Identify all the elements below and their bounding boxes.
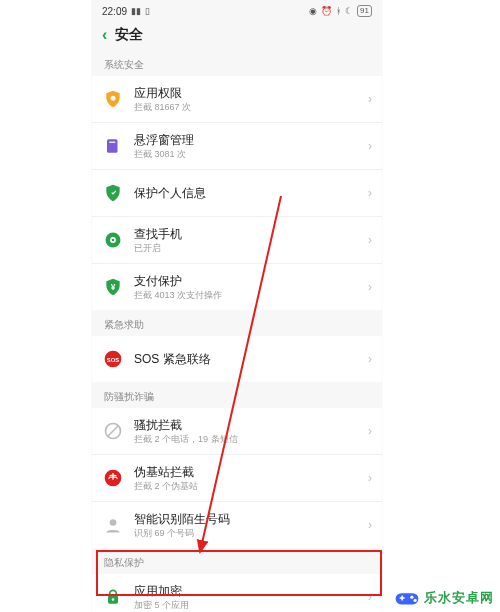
svg-text:SOS: SOS — [107, 357, 119, 363]
row-subtitle: 拦截 2 个电话，19 条短信 — [134, 433, 362, 445]
section-anti-spam: 骚扰拦截 拦截 2 个电话，19 条短信 › 伪基站拦截 拦截 2 个伪基站 ›… — [92, 408, 382, 548]
row-title: 骚扰拦截 — [134, 418, 362, 433]
gamepad-icon — [394, 588, 420, 608]
row-title: 支付保护 — [134, 274, 362, 289]
section-label: 隐私保护 — [92, 548, 382, 574]
row-app-encrypt[interactable]: 应用加密 加密 5 个应用 › — [92, 574, 382, 612]
moon-icon: ☾ — [345, 6, 353, 16]
signal-icon: ▮▮ — [131, 6, 141, 16]
row-subtitle: 拦截 4013 次支付操作 — [134, 289, 362, 301]
section-emergency: SOS SOS 紧急联络 › — [92, 336, 382, 382]
svg-rect-17 — [396, 593, 419, 604]
section-label: 防骚扰诈骗 — [92, 382, 382, 408]
row-subtitle: 识别 69 个号码 — [134, 527, 362, 539]
svg-point-18 — [410, 596, 413, 599]
chevron-right-icon: › — [362, 139, 372, 153]
svg-point-0 — [111, 96, 116, 101]
shield-green-icon — [102, 182, 124, 204]
status-bar: 22:09 ▮▮ ▯ ◉ ⏰ ᚼ ☾ 91 — [92, 0, 382, 20]
svg-point-12 — [110, 519, 117, 526]
alarm-icon: ⏰ — [321, 6, 332, 16]
row-subtitle: 拦截 2 个伪基站 — [134, 480, 362, 492]
svg-rect-21 — [401, 596, 403, 601]
row-subtitle: 加密 5 个应用 — [134, 599, 362, 611]
row-title: 智能识别陌生号码 — [134, 512, 362, 527]
row-app-permissions[interactable]: 应用权限 拦截 81667 次 › — [92, 76, 382, 122]
antenna-red-icon — [102, 467, 124, 489]
chevron-right-icon: › — [362, 471, 372, 485]
row-fake-station[interactable]: 伪基站拦截 拦截 2 个伪基站 › — [92, 454, 382, 501]
watermark-text: 乐水安卓网 — [424, 589, 494, 607]
chevron-right-icon: › — [362, 92, 372, 106]
row-title: 保护个人信息 — [134, 186, 362, 201]
svg-line-10 — [108, 426, 118, 436]
section-label: 紧急求助 — [92, 310, 382, 336]
chevron-right-icon: › — [362, 424, 372, 438]
chevron-right-icon: › — [362, 352, 372, 366]
sim-icon: ▯ — [145, 6, 150, 16]
row-payment-protect[interactable]: ¥ 支付保护 拦截 4013 次支付操作 › — [92, 263, 382, 310]
svg-rect-2 — [109, 142, 115, 144]
back-icon[interactable]: ‹ — [102, 26, 107, 44]
row-identify-number[interactable]: 智能识别陌生号码 识别 69 个号码 › — [92, 501, 382, 548]
row-title: 应用权限 — [134, 86, 362, 101]
shield-money-icon: ¥ — [102, 276, 124, 298]
person-grey-icon — [102, 514, 124, 536]
row-find-phone[interactable]: 查找手机 已开启 › — [92, 216, 382, 263]
section-privacy: 应用加密 加密 5 个应用 › 儿童空间 › — [92, 574, 382, 612]
watermark: 乐水安卓网 — [394, 588, 494, 608]
chevron-right-icon: › — [362, 518, 372, 532]
row-floating-window[interactable]: 悬浮窗管理 拦截 3081 次 › — [92, 122, 382, 169]
battery-icon: 91 — [357, 5, 372, 17]
section-system-security: 应用权限 拦截 81667 次 › 悬浮窗管理 拦截 3081 次 › 保护个人… — [92, 76, 382, 310]
lock-green-icon — [102, 586, 124, 608]
row-subtitle: 已开启 — [134, 242, 362, 254]
row-title: 悬浮窗管理 — [134, 133, 362, 148]
page-title: 安全 — [115, 26, 143, 44]
bluetooth-icon: ᚼ — [336, 6, 341, 16]
chevron-right-icon: › — [362, 233, 372, 247]
shield-orange-icon — [102, 88, 124, 110]
row-subtitle: 拦截 3081 次 — [134, 148, 362, 160]
row-block-harass[interactable]: 骚扰拦截 拦截 2 个电话，19 条短信 › — [92, 408, 382, 454]
row-title: 查找手机 — [134, 227, 362, 242]
row-title: SOS 紧急联络 — [134, 352, 362, 367]
svg-point-14 — [112, 598, 115, 601]
row-title: 伪基站拦截 — [134, 465, 362, 480]
row-subtitle: 拦截 81667 次 — [134, 101, 362, 113]
row-protect-personal-info[interactable]: 保护个人信息 › — [92, 169, 382, 216]
row-title: 应用加密 — [134, 584, 362, 599]
svg-point-19 — [414, 599, 417, 602]
row-sos[interactable]: SOS SOS 紧急联络 › — [92, 336, 382, 382]
window-purple-icon — [102, 135, 124, 157]
header: ‹ 安全 — [92, 20, 382, 50]
svg-point-5 — [112, 239, 115, 242]
section-label: 系统安全 — [92, 50, 382, 76]
svg-rect-1 — [107, 139, 118, 153]
sos-red-icon: SOS — [102, 348, 124, 370]
chevron-right-icon: › — [362, 280, 372, 294]
status-time: 22:09 — [102, 6, 127, 17]
vibrate-icon: ◉ — [309, 6, 317, 16]
locate-green-icon — [102, 229, 124, 251]
block-grey-icon — [102, 420, 124, 442]
chevron-right-icon: › — [362, 590, 372, 604]
svg-text:¥: ¥ — [111, 282, 116, 292]
chevron-right-icon: › — [362, 186, 372, 200]
phone-frame: 22:09 ▮▮ ▯ ◉ ⏰ ᚼ ☾ 91 ‹ 安全 系统安全 应用权限 拦截 … — [92, 0, 382, 612]
